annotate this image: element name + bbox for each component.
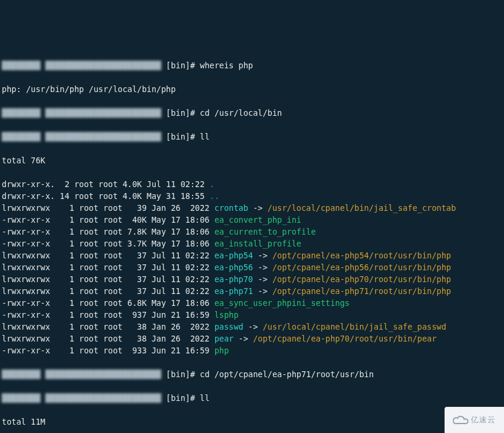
ls-row: lrwxrwxrwx 1 root root 38 Jan 26 2022 pe… bbox=[2, 333, 502, 344]
meta-cols: 1 root root 37 Jul 11 02:22 bbox=[55, 286, 214, 296]
watermark-logo: 亿速云 bbox=[445, 407, 504, 433]
perm-col: -rwxr-xr-x bbox=[2, 239, 55, 248]
file-name: lsphp bbox=[215, 310, 239, 320]
meta-cols: 1 root root 37 Jul 11 02:22 bbox=[55, 251, 214, 260]
file-name: pear bbox=[215, 334, 234, 343]
cmd-text: ll bbox=[200, 132, 209, 141]
perm-col: lrwxrwxrwx bbox=[2, 203, 55, 213]
cmd-text: cd /opt/cpanel/ea-php71/root/usr/bin bbox=[200, 369, 374, 379]
ls-row: lrwxrwxrwx 1 root root 37 Jul 11 02:22 e… bbox=[2, 285, 502, 297]
meta-cols: 1 root root 3.7K May 17 18:06 bbox=[55, 239, 214, 248]
ls-row: lrwxrwxrwx 1 root root 38 Jan 26 2022 pa… bbox=[2, 321, 502, 333]
meta-cols: 1 root root 937 Jun 21 16:59 bbox=[55, 310, 214, 320]
cmd-line: ████████ ████████████████████████ [bin]#… bbox=[2, 368, 502, 380]
perm-col: lrwxrwxrwx bbox=[2, 334, 55, 343]
perm-col: lrwxrwxrwx bbox=[2, 286, 55, 296]
prompt-host: ████████ ████████████████████████ bbox=[2, 108, 161, 118]
meta-cols: 1 root root 39 Jan 26 2022 bbox=[55, 203, 214, 213]
file-name: ea_convert_php_ini bbox=[215, 215, 301, 225]
perm-col: -rwxr-xr-x bbox=[2, 346, 55, 355]
file-name: ea-php71 bbox=[215, 286, 253, 296]
file-name: ea-php54 bbox=[215, 251, 253, 260]
perm-col: drwxr-xr-x. bbox=[2, 179, 55, 189]
perm-col: -rwxr-xr-x bbox=[2, 227, 55, 236]
cmd-text: ll bbox=[200, 393, 209, 403]
cmd-line: ████████ ████████████████████████ [bin]#… bbox=[2, 107, 502, 119]
perm-col: -rwxr-xr-x bbox=[2, 310, 55, 320]
file-name: crontab bbox=[215, 203, 248, 213]
prompt-host: ████████ ████████████████████████ bbox=[2, 132, 161, 141]
meta-cols: 1 root root 6.8K May 17 18:06 bbox=[55, 298, 214, 308]
perm-col: lrwxrwxrwx bbox=[2, 274, 55, 284]
file-name: . bbox=[210, 179, 215, 189]
meta-cols: 1 root root 40K May 17 18:06 bbox=[55, 215, 214, 225]
meta-cols: 1 root root 38 Jan 26 2022 bbox=[55, 334, 214, 343]
file-name: .. bbox=[210, 191, 219, 201]
ls-row: drwxr-xr-x. 14 root root 4.0K May 31 18:… bbox=[2, 190, 502, 202]
meta-cols: 1 root root 933 Jun 21 16:59 bbox=[55, 346, 214, 355]
meta-cols: 1 root root 38 Jan 26 2022 bbox=[55, 322, 214, 331]
symlink-target: /opt/cpanel/ea-php70/root/usr/bin/php bbox=[272, 274, 451, 284]
cmd-line: ████████ ████████████████████████ [bin]#… bbox=[2, 131, 502, 143]
symlink-target: /opt/cpanel/ea-php56/root/usr/bin/php bbox=[272, 263, 451, 272]
meta-cols: 2 root root 4.0K Jul 11 02:22 bbox=[55, 179, 209, 189]
symlink-arrow: -> bbox=[253, 286, 273, 296]
ls-row: -rwxr-xr-x 1 root root 3.7K May 17 18:06… bbox=[2, 238, 502, 249]
file-name: php bbox=[215, 346, 229, 355]
prompt-dir: [bin]# bbox=[166, 108, 195, 118]
file-name: ea-php56 bbox=[215, 263, 253, 272]
symlink-arrow: -> bbox=[253, 251, 273, 260]
whereis-output: php: /usr/bin/php /usr/local/bin/php bbox=[2, 83, 502, 95]
ls-row: -rwxr-xr-x 1 root root 7.8K May 17 18:06… bbox=[2, 226, 502, 238]
perm-col: drwxr-xr-x. bbox=[2, 191, 55, 201]
meta-cols: 14 root root 4.0K May 31 18:55 bbox=[55, 191, 209, 201]
symlink-target: /opt/cpanel/ea-php71/root/usr/bin/php bbox=[272, 286, 451, 296]
ls-row: lrwxrwxrwx 1 root root 37 Jul 11 02:22 e… bbox=[2, 249, 502, 261]
symlink-arrow: -> bbox=[243, 322, 263, 331]
cmd-text: cd /usr/local/bin bbox=[200, 108, 282, 118]
prompt-host: ████████ ████████████████████████ bbox=[2, 369, 161, 379]
ls-row: lrwxrwxrwx 1 root root 39 Jan 26 2022 cr… bbox=[2, 202, 502, 214]
watermark-text: 亿速云 bbox=[471, 407, 496, 433]
file-name: passwd bbox=[215, 322, 244, 331]
symlink-target: /usr/local/cpanel/bin/jail_safe_passwd bbox=[263, 322, 446, 331]
ls-row: drwxr-xr-x. 2 root root 4.0K Jul 11 02:2… bbox=[2, 178, 502, 190]
cloud-icon bbox=[453, 415, 468, 425]
terminal-output[interactable]: ████████ ████████████████████████ [bin]#… bbox=[0, 48, 504, 433]
perm-col: lrwxrwxrwx bbox=[2, 322, 55, 331]
symlink-arrow: -> bbox=[253, 274, 273, 284]
ls-row: -rwxr-xr-x 1 root root 6.8K May 17 18:06… bbox=[2, 297, 502, 309]
perm-col: lrwxrwxrwx bbox=[2, 251, 55, 260]
prompt-host: ████████ ████████████████████████ bbox=[2, 61, 161, 70]
cmd-line: ████████ ████████████████████████ [bin]#… bbox=[2, 59, 502, 71]
meta-cols: 1 root root 37 Jul 11 02:22 bbox=[55, 274, 214, 284]
meta-cols: 1 root root 7.8K May 17 18:06 bbox=[55, 227, 214, 236]
meta-cols: 1 root root 37 Jul 11 02:22 bbox=[55, 263, 214, 272]
symlink-arrow: -> bbox=[234, 334, 253, 343]
ls-row: lrwxrwxrwx 1 root root 37 Jul 11 02:22 e… bbox=[2, 261, 502, 273]
cmd-line: ████████ ████████████████████████ [bin]#… bbox=[2, 392, 502, 404]
ls-row: lrwxrwxrwx 1 root root 37 Jul 11 02:22 e… bbox=[2, 273, 502, 285]
prompt-dir: [bin]# bbox=[166, 369, 195, 379]
file-name: ea_current_to_profile bbox=[215, 227, 316, 236]
perm-col: -rwxr-xr-x bbox=[2, 298, 55, 308]
ls-row: -rwxr-xr-x 1 root root 933 Jun 21 16:59 … bbox=[2, 344, 502, 356]
symlink-target: /opt/cpanel/ea-php54/root/usr/bin/php bbox=[272, 251, 451, 260]
ls-total: total 11M bbox=[2, 416, 502, 428]
file-name: ea_sync_user_phpini_settings bbox=[215, 298, 350, 308]
prompt-dir: [bin]# bbox=[166, 132, 195, 141]
file-name: ea-php70 bbox=[215, 274, 253, 284]
ls-row: -rwxr-xr-x 1 root root 937 Jun 21 16:59 … bbox=[2, 309, 502, 321]
symlink-arrow: -> bbox=[253, 263, 273, 272]
ls-row: -rwxr-xr-x 1 root root 40K May 17 18:06 … bbox=[2, 214, 502, 226]
prompt-dir: [bin]# bbox=[166, 393, 195, 403]
prompt-dir: [bin]# bbox=[166, 61, 195, 70]
symlink-target: /usr/local/cpanel/bin/jail_safe_crontab bbox=[267, 203, 456, 213]
perm-col: lrwxrwxrwx bbox=[2, 263, 55, 272]
perm-col: -rwxr-xr-x bbox=[2, 215, 55, 225]
symlink-arrow: -> bbox=[248, 203, 268, 213]
ls-total: total 76K bbox=[2, 154, 502, 166]
symlink-target: /opt/cpanel/ea-php70/root/usr/bin/pear bbox=[253, 334, 437, 343]
cmd-text: whereis php bbox=[200, 61, 253, 70]
listing1: drwxr-xr-x. 2 root root 4.0K Jul 11 02:2… bbox=[2, 178, 502, 356]
